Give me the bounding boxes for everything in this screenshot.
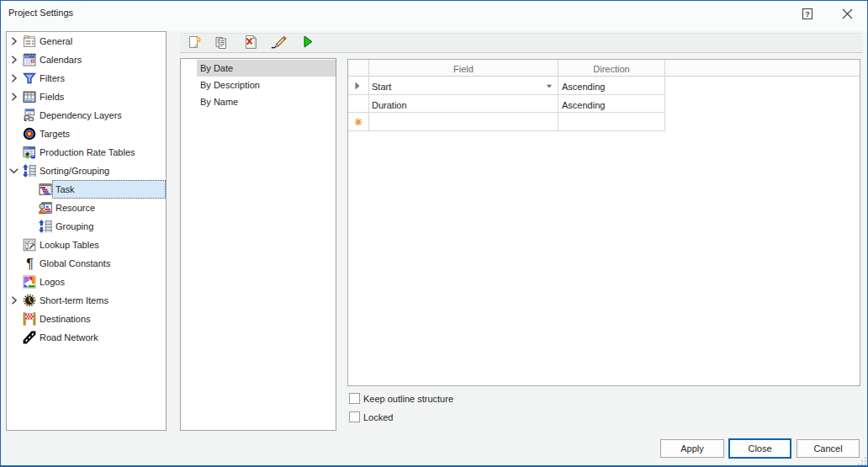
svg-text:¶: ¶ xyxy=(26,257,34,270)
svg-text:?: ? xyxy=(805,10,810,19)
